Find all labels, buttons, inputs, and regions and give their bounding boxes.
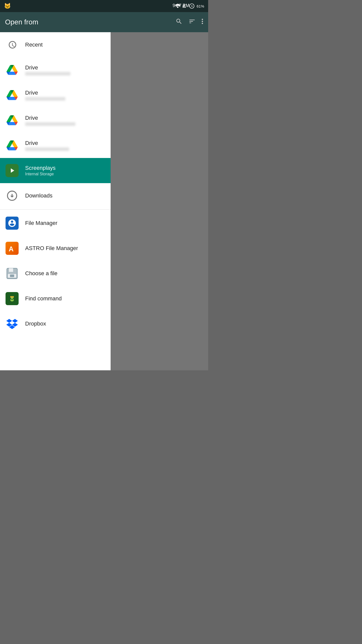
screenplays-icon <box>5 164 19 178</box>
svg-point-1 <box>202 19 203 20</box>
sidebar-item-find-command[interactable]: Find command <box>0 286 111 311</box>
drive2-label: Drive <box>25 90 65 96</box>
drive2-text: Drive <box>25 90 65 101</box>
choose-file-text: Choose a file <box>25 270 57 277</box>
dropbox-icon <box>5 317 19 331</box>
drive2-icon <box>5 88 19 102</box>
svg-point-2 <box>202 21 203 22</box>
right-panel <box>111 32 208 370</box>
sidebar-item-file-manager[interactable]: File Manager <box>0 211 111 236</box>
drive3-account <box>25 122 75 126</box>
main-layout: Recent Drive <box>0 32 208 370</box>
filter-icon[interactable] <box>189 18 196 27</box>
more-options-icon[interactable] <box>202 18 203 27</box>
header-actions <box>175 18 203 27</box>
choose-file-label: Choose a file <box>25 270 57 277</box>
svg-point-13 <box>12 296 14 298</box>
downloads-icon <box>5 189 19 203</box>
drive3-label: Drive <box>25 115 75 121</box>
drive1-label: Drive <box>25 64 70 71</box>
sidebar-item-astro[interactable]: A ASTRO File Manager <box>0 236 111 261</box>
battery-percent: 61% <box>197 4 204 8</box>
search-icon[interactable] <box>175 18 183 27</box>
cat-icon: 🐱 <box>4 3 11 9</box>
screenplays-sublabel: Internal Storage <box>25 172 56 176</box>
sidebar-item-drive2[interactable]: Drive <box>0 83 111 108</box>
charging-icon <box>189 3 195 9</box>
drive3-text: Drive <box>25 115 75 126</box>
drive1-icon <box>5 63 19 77</box>
svg-point-3 <box>202 23 203 24</box>
svg-point-12 <box>10 296 12 298</box>
find-command-text: Find command <box>25 295 62 302</box>
astro-label: ASTRO File Manager <box>25 245 78 252</box>
status-bar-left: 🐱 <box>4 3 11 9</box>
drive1-text: Drive <box>25 64 70 75</box>
sidebar-item-dropbox[interactable]: Dropbox <box>0 311 111 336</box>
status-time: 9:27 PM <box>172 3 189 8</box>
drive2-account <box>25 97 65 101</box>
dropbox-label: Dropbox <box>25 320 46 327</box>
svg-rect-7 <box>9 268 13 272</box>
recent-label: Recent <box>25 42 43 48</box>
drawer: Recent Drive <box>0 32 111 370</box>
downloads-text: Downloads <box>25 192 53 199</box>
sidebar-item-drive3[interactable]: Drive <box>0 108 111 133</box>
drive4-text: Drive <box>25 140 69 151</box>
svg-rect-9 <box>10 274 14 277</box>
drive4-account <box>25 147 69 151</box>
astro-icon: A <box>5 241 19 255</box>
svg-text:A: A <box>9 245 14 253</box>
dropbox-text: Dropbox <box>25 320 46 327</box>
file-manager-icon <box>5 216 19 230</box>
downloads-label: Downloads <box>25 192 53 199</box>
sidebar-item-screenplays[interactable]: Screenplays Internal Storage <box>0 158 111 183</box>
screenplays-label: Screenplays <box>25 165 56 171</box>
astro-text: ASTRO File Manager <box>25 245 78 252</box>
find-command-icon <box>5 292 19 306</box>
header-title: Open from <box>5 18 38 26</box>
section-divider <box>0 209 111 210</box>
recent-icon <box>5 38 19 52</box>
drive4-icon <box>5 138 19 152</box>
app-header: Open from <box>0 12 208 32</box>
find-command-label: Find command <box>25 295 62 302</box>
file-manager-text: File Manager <box>25 220 57 226</box>
sidebar-item-choose-file[interactable]: Choose a file <box>0 261 111 286</box>
drive1-account <box>25 72 70 75</box>
sidebar-item-drive4[interactable]: Drive <box>0 133 111 158</box>
svg-rect-14 <box>11 299 13 300</box>
sidebar-item-drive1[interactable]: Drive <box>0 57 111 83</box>
screenplays-text: Screenplays Internal Storage <box>25 165 56 176</box>
drive4-label: Drive <box>25 140 69 146</box>
sidebar-item-recent[interactable]: Recent <box>0 32 111 57</box>
status-bar: 🐱 9:27 PM 61% <box>0 0 208 12</box>
sidebar-item-downloads[interactable]: Downloads <box>0 183 111 208</box>
drive3-icon <box>5 113 19 127</box>
choose-file-icon <box>5 266 19 280</box>
recent-text: Recent <box>25 42 43 48</box>
file-manager-label: File Manager <box>25 220 57 226</box>
